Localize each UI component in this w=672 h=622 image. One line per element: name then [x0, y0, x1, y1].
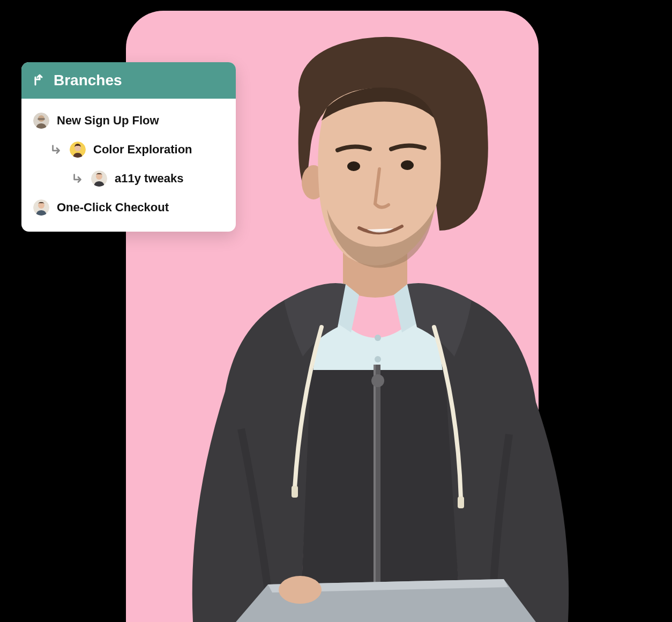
- branch-item-label: a11y tweaks: [115, 172, 183, 186]
- svg-point-10: [279, 576, 322, 604]
- branch-item-label: One-Click Checkout: [57, 201, 169, 214]
- branch-item-color-exploration[interactable]: Color Exploration: [21, 135, 236, 164]
- branch-icon: [33, 74, 46, 87]
- svg-point-4: [375, 356, 381, 362]
- svg-point-7: [371, 374, 384, 387]
- branch-item-label: Color Exploration: [93, 143, 192, 157]
- branch-item-label: New Sign Up Flow: [57, 114, 159, 128]
- branches-panel-header: Branches: [21, 62, 236, 99]
- branch-list: New Sign Up Flow Color Exploration: [21, 99, 236, 232]
- avatar: [70, 142, 86, 158]
- svg-rect-8: [292, 486, 298, 498]
- svg-point-3: [375, 335, 381, 341]
- branch-item-one-click-checkout[interactable]: One-Click Checkout: [21, 193, 236, 222]
- branch-item-a11y-tweaks[interactable]: a11y tweaks: [21, 164, 236, 193]
- sub-branch-arrow-icon: [50, 144, 62, 156]
- branches-panel: Branches New Sign Up Flow: [21, 62, 236, 232]
- svg-point-1: [347, 161, 360, 171]
- svg-rect-13: [38, 118, 45, 120]
- avatar: [91, 171, 107, 187]
- svg-point-2: [401, 160, 414, 170]
- avatar: [33, 199, 49, 216]
- branches-panel-title: Branches: [54, 72, 122, 89]
- avatar: [33, 113, 49, 129]
- svg-rect-9: [458, 497, 464, 508]
- branch-item-new-sign-up-flow[interactable]: New Sign Up Flow: [21, 106, 236, 135]
- sub-branch-arrow-icon: [72, 173, 84, 184]
